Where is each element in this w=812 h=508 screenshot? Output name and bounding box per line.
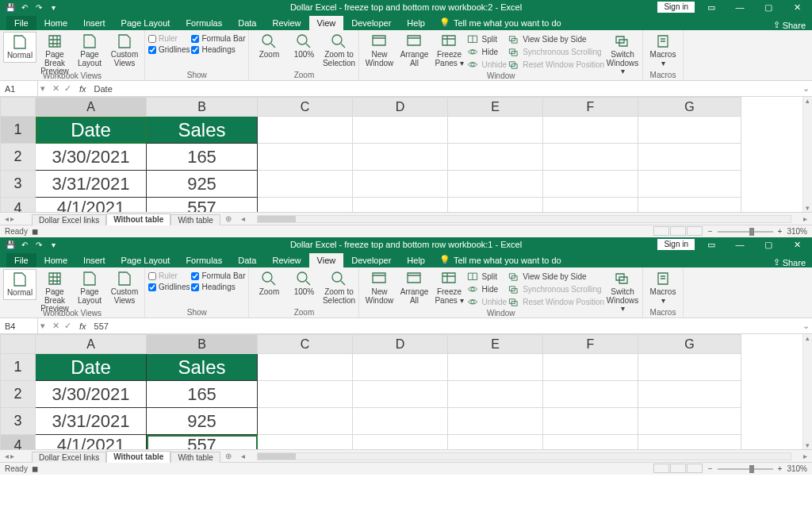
name-box[interactable]: A1 bbox=[0, 81, 38, 96]
namebox-dropdown-icon[interactable]: ▾ bbox=[38, 321, 48, 331]
maximize-button[interactable]: ▢ bbox=[756, 0, 780, 14]
zoom-100-button[interactable]: 100% bbox=[287, 32, 320, 61]
col-header-B[interactable]: B bbox=[147, 335, 258, 354]
gridlines-checkbox[interactable]: Gridlines bbox=[148, 45, 190, 54]
cell-D2[interactable] bbox=[353, 381, 448, 408]
zoom-to-selection-button[interactable]: Zoom to Selection bbox=[322, 32, 355, 69]
switch-windows-button[interactable]: Switch Windows ▾ bbox=[606, 269, 639, 315]
add-sheet-button[interactable]: ⊕ bbox=[220, 214, 236, 223]
col-header-C[interactable]: C bbox=[258, 98, 353, 117]
menu-help[interactable]: Help bbox=[399, 253, 433, 267]
cell-E1[interactable] bbox=[448, 354, 543, 381]
tab-next-icon[interactable]: ▸ bbox=[10, 214, 14, 223]
cell-F4[interactable] bbox=[543, 198, 638, 213]
horizontal-scrollbar[interactable]: ◂▸ bbox=[236, 452, 812, 460]
menu-developer[interactable]: Developer bbox=[343, 253, 399, 267]
sign-in-button[interactable]: Sign in bbox=[657, 239, 695, 250]
cell-C4[interactable] bbox=[258, 435, 353, 450]
cell-E4[interactable] bbox=[448, 435, 543, 450]
cell-B1[interactable]: Sales bbox=[147, 354, 258, 381]
cell-B2[interactable]: 165 bbox=[147, 381, 258, 408]
zoom-slider[interactable] bbox=[718, 231, 773, 233]
menu-insert[interactable]: Insert bbox=[75, 253, 113, 267]
sheet-tab-2[interactable]: With table bbox=[170, 452, 220, 463]
headings-checkbox[interactable]: Headings bbox=[191, 45, 245, 54]
menu-review[interactable]: Review bbox=[264, 16, 308, 30]
cell-D4[interactable] bbox=[353, 198, 448, 213]
hide-button[interactable]: Hide bbox=[467, 46, 507, 58]
row-header-2[interactable]: 2 bbox=[1, 381, 36, 408]
page-layout-button[interactable]: Page Layout bbox=[73, 32, 106, 69]
cell-E1[interactable] bbox=[448, 117, 543, 144]
col-header-E[interactable]: E bbox=[448, 335, 543, 354]
vertical-scrollbar[interactable]: ▴▾ bbox=[802, 97, 812, 212]
formula-input[interactable]: Date bbox=[90, 84, 799, 94]
macros-button[interactable]: Macros ▾ bbox=[646, 269, 680, 306]
sync-scroll-button[interactable]: Synchronous Scrolling bbox=[508, 283, 604, 295]
expand-formula-bar-icon[interactable]: ⌄ bbox=[799, 321, 812, 331]
cell-G3[interactable] bbox=[638, 171, 741, 198]
sheet-tab-0[interactable]: Dollar Excel links bbox=[32, 452, 106, 463]
cell-C1[interactable] bbox=[258, 354, 353, 381]
zoom-100-button[interactable]: 100% bbox=[287, 269, 320, 298]
hide-button[interactable]: Hide bbox=[467, 283, 507, 295]
macro-record-icon[interactable]: ◼ bbox=[32, 227, 38, 236]
ruler-checkbox[interactable]: Ruler bbox=[148, 271, 190, 280]
new-window-button[interactable]: New Window bbox=[362, 269, 396, 306]
menu-review[interactable]: Review bbox=[264, 253, 308, 267]
col-header-F[interactable]: F bbox=[543, 98, 638, 117]
row-header-3[interactable]: 3 bbox=[1, 408, 36, 435]
cell-F2[interactable] bbox=[543, 381, 638, 408]
cell-D2[interactable] bbox=[353, 144, 448, 171]
cell-D1[interactable] bbox=[353, 117, 448, 144]
horizontal-scrollbar[interactable]: ◂▸ bbox=[236, 214, 812, 223]
custom-views-button[interactable]: Custom Views bbox=[108, 269, 141, 306]
normal-view-button[interactable]: Normal bbox=[3, 32, 36, 63]
freeze-panes-button[interactable]: Freeze Panes ▾ bbox=[432, 269, 465, 306]
view-buttons[interactable] bbox=[653, 226, 703, 237]
cell-C2[interactable] bbox=[258, 381, 353, 408]
maximize-button[interactable]: ▢ bbox=[756, 237, 780, 252]
zoom-button[interactable]: Zoom bbox=[252, 32, 285, 61]
zoom-button[interactable]: Zoom bbox=[252, 269, 285, 298]
cancel-icon[interactable]: ✕ bbox=[52, 321, 59, 331]
col-header-C[interactable]: C bbox=[258, 335, 353, 354]
namebox-dropdown-icon[interactable]: ▾ bbox=[38, 83, 48, 94]
zoom-slider[interactable] bbox=[718, 468, 773, 470]
zoom-in-button[interactable]: + bbox=[778, 464, 783, 473]
cell-E2[interactable] bbox=[448, 381, 543, 408]
tell-me[interactable]: 💡Tell me what you want to do bbox=[433, 252, 568, 267]
cell-G1[interactable] bbox=[638, 354, 741, 381]
menu-data[interactable]: Data bbox=[230, 253, 264, 267]
arrange-all-button[interactable]: Arrange All bbox=[397, 32, 431, 69]
cancel-icon[interactable]: ✕ bbox=[52, 83, 59, 94]
tell-me[interactable]: 💡Tell me what you want to do bbox=[433, 15, 568, 30]
row-header-2[interactable]: 2 bbox=[1, 144, 36, 171]
freeze-panes-button[interactable]: Freeze Panes ▾ bbox=[432, 32, 465, 69]
sheet-tab-1[interactable]: Without table bbox=[106, 451, 170, 463]
cell-E4[interactable] bbox=[448, 198, 543, 213]
menu-page_layout[interactable]: Page Layout bbox=[113, 253, 178, 267]
cell-C3[interactable] bbox=[258, 171, 353, 198]
cell-D1[interactable] bbox=[353, 354, 448, 381]
close-button[interactable]: ✕ bbox=[785, 237, 809, 252]
tab-next-icon[interactable]: ▸ bbox=[10, 452, 14, 460]
switch-windows-button[interactable]: Switch Windows ▾ bbox=[606, 32, 639, 78]
col-header-D[interactable]: D bbox=[353, 98, 448, 117]
enter-icon[interactable]: ✓ bbox=[64, 321, 71, 331]
cell-C2[interactable] bbox=[258, 144, 353, 171]
cell-G2[interactable] bbox=[638, 381, 741, 408]
enter-icon[interactable]: ✓ bbox=[64, 83, 71, 94]
cell-A3[interactable]: 3/31/2021 bbox=[36, 171, 147, 198]
sync-scroll-button[interactable]: Synchronous Scrolling bbox=[508, 46, 604, 58]
arrange-all-button[interactable]: Arrange All bbox=[397, 269, 431, 306]
cell-B4[interactable]: 557 bbox=[147, 198, 258, 213]
row-header-1[interactable]: 1 bbox=[1, 354, 36, 381]
side-by-side-button[interactable]: View Side by Side bbox=[508, 271, 604, 283]
zoom-in-button[interactable]: + bbox=[778, 227, 783, 236]
fx-icon[interactable]: fx bbox=[76, 84, 90, 94]
cell-A1[interactable]: Date bbox=[36, 354, 147, 381]
name-box[interactable]: B4 bbox=[0, 318, 38, 333]
normal-view-button[interactable]: Normal bbox=[3, 269, 36, 300]
cell-G2[interactable] bbox=[638, 144, 741, 171]
